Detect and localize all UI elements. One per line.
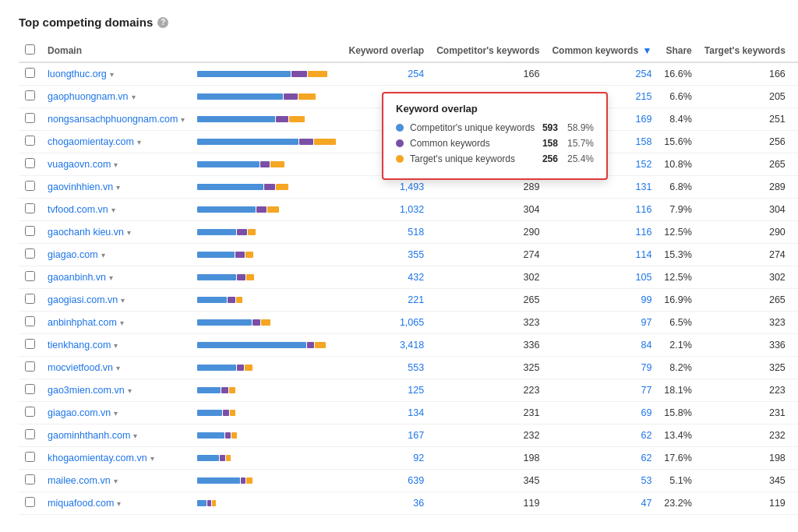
domain-link[interactable]: mocvietfood.vn <box>48 362 113 373</box>
domain-link[interactable]: gaovinhhien.vn <box>48 181 113 192</box>
domain-arrow[interactable]: ▾ <box>116 183 120 192</box>
row-check-cell[interactable] <box>19 334 41 357</box>
row-checkbox[interactable] <box>25 68 35 78</box>
domain-arrow[interactable]: ▾ <box>109 273 113 282</box>
row-checkbox[interactable] <box>25 361 35 372</box>
domain-link[interactable]: nongsansachphuongnam.com <box>48 114 178 125</box>
row-check-cell[interactable] <box>19 425 41 447</box>
row-check-cell[interactable] <box>19 131 41 153</box>
row-check-cell[interactable] <box>19 244 41 266</box>
domain-arrow[interactable]: ▾ <box>137 138 141 146</box>
col-header-competitors-keywords[interactable]: Competitor's keywords <box>430 40 546 62</box>
select-all-checkbox[interactable] <box>25 44 35 55</box>
col-header-dr[interactable]: DR <box>792 40 798 62</box>
domain-arrow[interactable]: ▾ <box>114 409 118 417</box>
domain-link[interactable]: tienkhang.com <box>48 340 111 351</box>
domain-arrow[interactable]: ▾ <box>181 115 185 124</box>
row-checkbox[interactable] <box>25 384 35 394</box>
row-checkbox[interactable] <box>25 497 35 507</box>
col-header-share[interactable]: Share <box>658 40 697 62</box>
domain-arrow[interactable]: ▾ <box>128 386 132 395</box>
row-check-cell[interactable] <box>19 447 41 470</box>
domain-arrow[interactable]: ▾ <box>114 341 118 350</box>
domain-link[interactable]: miquafood.com <box>48 498 114 509</box>
domain-arrow[interactable]: ▾ <box>133 432 137 440</box>
col-header-targets-keywords[interactable]: Target's keywords <box>698 40 792 62</box>
domain-link[interactable]: giagao.com.vn <box>48 407 111 418</box>
bar-yellow <box>248 229 256 235</box>
common-kw-value: 79 <box>641 362 651 373</box>
domain-arrow[interactable]: ▾ <box>121 296 125 305</box>
col-header-keyword-overlap[interactable]: Keyword overlap <box>342 40 430 62</box>
domain-link[interactable]: gaochanh kieu.vn <box>48 227 124 238</box>
row-check-cell[interactable] <box>19 266 41 289</box>
row-checkbox[interactable] <box>25 429 35 439</box>
domain-link[interactable]: giagao.com <box>48 249 98 260</box>
row-check-cell[interactable] <box>19 402 41 425</box>
row-checkbox[interactable] <box>25 452 35 462</box>
domain-arrow[interactable]: ▾ <box>101 251 105 259</box>
row-check-cell[interactable] <box>19 492 41 515</box>
col-header-common-keywords[interactable]: Common keywords ▼ <box>546 40 658 62</box>
domain-arrow[interactable]: ▾ <box>132 93 136 101</box>
domain-link[interactable]: tvfood.com.vn <box>48 204 108 215</box>
row-check-cell[interactable] <box>19 62 41 86</box>
row-check-cell[interactable] <box>19 153 41 176</box>
row-check-cell[interactable] <box>19 221 41 244</box>
row-checkbox[interactable] <box>25 294 35 304</box>
col-header-check[interactable] <box>19 40 41 62</box>
row-checkbox[interactable] <box>25 316 35 326</box>
row-checkbox[interactable] <box>25 158 35 168</box>
row-check-cell[interactable] <box>19 379 41 402</box>
domain-arrow[interactable]: ▾ <box>127 228 131 237</box>
bar-yellow <box>229 387 235 393</box>
row-checkbox[interactable] <box>25 181 35 191</box>
row-check-cell[interactable] <box>19 289 41 312</box>
row-bar-cell <box>191 357 342 379</box>
info-icon[interactable]: ? <box>157 17 168 28</box>
domain-arrow[interactable]: ▾ <box>110 70 114 79</box>
row-check-cell[interactable] <box>19 312 41 334</box>
row-check-cell[interactable] <box>19 199 41 221</box>
row-checkbox[interactable] <box>25 339 35 349</box>
domain-link[interactable]: vuagaovn.com <box>48 159 111 170</box>
row-check-cell[interactable] <box>19 357 41 379</box>
row-checkbox[interactable] <box>25 90 35 100</box>
domain-arrow[interactable]: ▾ <box>117 499 121 508</box>
domain-arrow[interactable]: ▾ <box>111 206 115 214</box>
row-dr: 24 <box>792 289 798 312</box>
row-checkbox[interactable] <box>25 474 35 484</box>
row-checkbox[interactable] <box>25 248 35 259</box>
bar-container <box>197 160 336 169</box>
domain-link[interactable]: anbinhphat.com <box>48 317 117 328</box>
row-check-cell[interactable] <box>19 108 41 131</box>
domain-link[interactable]: gaophuongnam.vn <box>48 91 129 102</box>
row-checkbox[interactable] <box>25 407 35 417</box>
domain-link[interactable]: khogaomientay.com.vn <box>48 453 147 463</box>
domain-arrow[interactable]: ▾ <box>114 160 118 169</box>
row-checkbox[interactable] <box>25 271 35 281</box>
row-check-cell[interactable] <box>19 176 41 199</box>
domain-link[interactable]: luongthuc.org <box>48 69 107 79</box>
domain-arrow[interactable]: ▾ <box>120 319 124 327</box>
row-check-cell[interactable] <box>19 86 41 108</box>
domain-arrow[interactable]: ▾ <box>114 477 118 485</box>
bar-purple <box>260 161 270 167</box>
row-checkbox[interactable] <box>25 136 35 146</box>
row-checkbox[interactable] <box>25 203 35 213</box>
domain-link[interactable]: gaominhthanh.com <box>48 430 130 441</box>
domain-link[interactable]: gaoanbinh.vn <box>48 272 106 283</box>
domain-link[interactable]: gao3mien.com.vn <box>48 385 125 396</box>
domain-link[interactable]: chogaomientay.com <box>48 136 134 147</box>
row-domain-cell: gaochanh kieu.vn ▾ <box>41 221 191 244</box>
domain-arrow[interactable]: ▾ <box>150 454 154 463</box>
row-checkbox[interactable] <box>25 226 35 236</box>
row-check-cell[interactable] <box>19 470 41 492</box>
domain-arrow[interactable]: ▾ <box>116 364 120 372</box>
domain-link[interactable]: mailee.com.vn <box>48 475 111 486</box>
bar-container <box>197 408 336 417</box>
tooltip-label-common: Common keywords <box>410 138 536 149</box>
domain-link[interactable]: gaogiasi.com.vn <box>48 294 118 305</box>
row-dr: 36 <box>792 244 798 266</box>
row-checkbox[interactable] <box>25 113 35 123</box>
